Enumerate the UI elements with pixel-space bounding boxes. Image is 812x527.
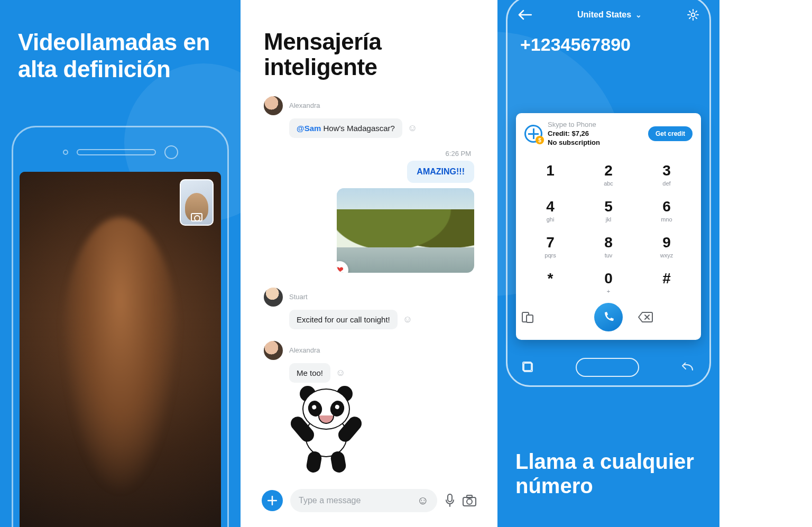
timestamp: 6:26 PM (264, 150, 471, 158)
backspace-icon (638, 311, 653, 323)
placeholder-text: Type a message (299, 496, 361, 505)
svg-rect-3 (467, 495, 472, 498)
keypad-key-#[interactable]: # (638, 264, 696, 300)
recents-nav-icon[interactable] (522, 362, 534, 373)
backspace-button[interactable] (638, 311, 696, 323)
plus-icon (267, 496, 277, 505)
microphone-icon[interactable] (445, 494, 455, 507)
keypad-key-8[interactable]: 8tuv (579, 228, 638, 264)
dialer-card: $ Skype to Phone Credit: $7,26 No subscr… (516, 113, 701, 340)
phone-speaker-bar (20, 139, 221, 165)
message-incoming: Alexandra @Sam How's Madagascar? ☺ (264, 96, 476, 138)
keypad-key-5[interactable]: 5jkl (579, 192, 638, 228)
dialed-number: +1234567890 (513, 21, 704, 55)
credit-info: Skype to Phone Credit: $7,26 No subscrip… (548, 121, 600, 147)
country-selector[interactable]: United States ⌄ (577, 10, 642, 20)
message-outgoing[interactable]: AMAZING!!! (407, 161, 474, 183)
avatar[interactable] (264, 96, 283, 115)
get-credit-button[interactable]: Get credit (648, 126, 693, 141)
chevron-down-icon: ⌄ (635, 11, 642, 19)
headline-dialer: Llama a cualquier número (515, 449, 709, 498)
screenshot-dialer: United States ⌄ +1234567890 $ Skype to P… (497, 0, 719, 527)
message-incoming: Stuart Excited for our call tonight! ☺ (264, 288, 476, 329)
camera-icon (191, 213, 202, 221)
back-button[interactable] (518, 10, 532, 20)
mention[interactable]: @Sam (297, 124, 321, 133)
svg-point-2 (467, 499, 472, 504)
avatar[interactable] (264, 341, 283, 360)
call-button[interactable] (594, 303, 623, 331)
sender-name: Alexandra (289, 101, 320, 109)
settings-button[interactable] (687, 9, 699, 21)
message-bubble[interactable]: Me too! (289, 363, 330, 383)
avatar[interactable] (264, 288, 283, 307)
sender-name: Alexandra (289, 346, 320, 354)
keypad-key-2[interactable]: 2abc (579, 156, 638, 192)
back-nav-icon[interactable] (681, 363, 695, 372)
emoji-icon[interactable]: ☺ (417, 494, 429, 507)
arrow-left-icon (518, 10, 532, 20)
keypad-key-9[interactable]: 9wxyz (638, 228, 696, 264)
keypad-key-*[interactable]: * (521, 264, 579, 300)
screenshot-video-calls: Videollamadas en alta definición (0, 0, 241, 527)
message-bubble[interactable]: @Sam How's Madagascar? (289, 118, 402, 138)
keypad-key-7[interactable]: 7pqrs (521, 228, 579, 264)
phone-icon (602, 311, 615, 323)
keypad-key-6[interactable]: 6mno (638, 192, 696, 228)
phone-frame (12, 126, 229, 527)
keypad-key-3[interactable]: 3def (638, 156, 696, 192)
photo-message[interactable]: ❤ (337, 188, 474, 273)
gear-icon (687, 9, 699, 21)
panda-sticker[interactable] (289, 386, 363, 470)
phone-frame: United States ⌄ +1234567890 $ Skype to P… (506, 0, 711, 387)
keypad: 12abc3def4ghi5jkl6mno7pqrs8tuv9wxyz*0+# (521, 156, 696, 300)
keypad-key-1[interactable]: 1 (521, 156, 579, 192)
react-icon[interactable]: ☺ (408, 123, 417, 134)
message-incoming: Alexandra Me too! ☺ (264, 341, 476, 470)
sender-name: Stuart (289, 293, 308, 301)
svg-point-4 (691, 13, 695, 17)
react-icon[interactable]: ☺ (336, 367, 345, 378)
devices-icon (521, 311, 534, 323)
compose-bar: Type a message ☺ (262, 487, 476, 514)
android-nav-bar (522, 358, 695, 377)
screenshot-messaging: Mensajería inteligente Alexandra @Sam Ho… (255, 0, 483, 527)
globe-icon: $ (524, 125, 542, 143)
headline-messaging: Mensajería inteligente (255, 0, 483, 80)
message-input[interactable]: Type a message ☺ (290, 489, 437, 512)
svg-rect-0 (448, 494, 452, 502)
message-bubble[interactable]: Excited for our call tonight! (289, 310, 398, 329)
camera-icon[interactable] (463, 495, 476, 506)
self-view-pip[interactable] (180, 179, 214, 226)
video-call-screen (20, 172, 221, 527)
switch-device-button[interactable] (521, 311, 579, 323)
add-button[interactable] (262, 490, 283, 511)
home-nav-button[interactable] (576, 358, 639, 377)
keypad-key-0[interactable]: 0+ (579, 264, 638, 300)
svg-rect-6 (527, 315, 533, 322)
chat-thread: Alexandra @Sam How's Madagascar? ☺ 6:26 … (255, 80, 483, 470)
keypad-key-4[interactable]: 4ghi (521, 192, 579, 228)
react-icon[interactable]: ☺ (403, 314, 412, 325)
